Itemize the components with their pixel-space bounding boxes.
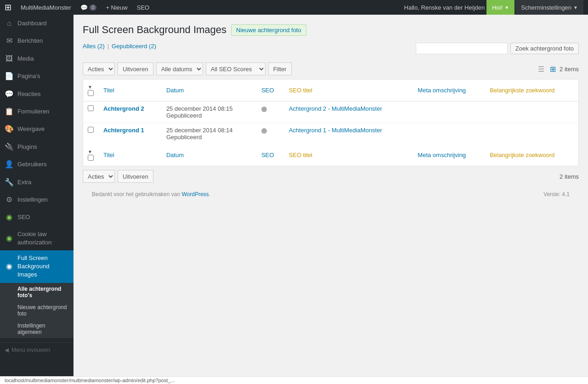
- row-title-1: Achtergrond 1: [99, 123, 162, 145]
- sidebar-item-media[interactable]: 🖼 Media: [0, 50, 74, 68]
- adminbar-seo[interactable]: SEO: [132, 0, 154, 15]
- row-seo-0: [257, 102, 284, 123]
- media-icon: 🖼: [5, 54, 14, 64]
- search-input[interactable]: [416, 43, 508, 54]
- datum-col-label: Datum: [166, 87, 184, 94]
- subsubsub-nav: Alles (2) | Gepubliceerd (2): [83, 43, 156, 50]
- col-keyword-foot[interactable]: Belangrijkste zoekwoord: [485, 144, 578, 166]
- sidebar-item-paginas[interactable]: 📄 Pagina's: [0, 68, 74, 85]
- sidebar-item-label: SEO: [17, 213, 69, 221]
- dashboard-icon: ⌂: [5, 18, 14, 28]
- filter-alles[interactable]: Alles (2): [83, 43, 105, 50]
- sort-arrow-icon: ▼: [88, 85, 92, 90]
- table-header-row: ▼ Titel Datum SEO SEO titel: [83, 79, 579, 102]
- wp-logo-icon[interactable]: ⊞: [5, 2, 11, 12]
- extra-icon: 🔧: [5, 177, 14, 187]
- row-title-link-1[interactable]: Achtergrond 1: [103, 127, 144, 134]
- search-button[interactable]: Zoek achtergrond foto: [510, 43, 579, 54]
- sidebar-item-dashboard[interactable]: ⌂ Dashboard: [0, 15, 74, 32]
- seo-col-label: SEO: [261, 87, 274, 94]
- check-all-foot[interactable]: [88, 155, 94, 161]
- acties-select[interactable]: Acties: [83, 62, 115, 75]
- seo-dot-0: [261, 107, 267, 112]
- filter-button[interactable]: Filter: [268, 62, 292, 75]
- adminbar-site[interactable]: MultiMediaMonster: [16, 0, 76, 15]
- table-row: Achtergrond 2 25 december 2014 08:15 Gep…: [83, 102, 579, 123]
- sidebar-item-weergave[interactable]: 🎨 Weergave: [0, 120, 74, 138]
- submenu-instellingen[interactable]: Instellingen algemeen: [0, 320, 74, 338]
- titel-col-label: Titel: [103, 87, 114, 94]
- col-seotitel[interactable]: SEO titel: [284, 79, 413, 102]
- adminbar-user-greeting: Hallo, Renske van der Heijden: [404, 4, 485, 11]
- col-meta-foot[interactable]: Meta omschrijving: [413, 144, 485, 166]
- seo-select[interactable]: All SEO Scores: [206, 62, 266, 75]
- table-footer-row: ▼ Titel Datum SEO SEO titel: [83, 144, 579, 166]
- col-seotitel-foot[interactable]: SEO titel: [284, 144, 413, 166]
- sidebar-item-label: Pagina's: [17, 72, 69, 80]
- submenu-alle[interactable]: Alle achtergrond foto's: [0, 283, 74, 301]
- sidebar-item-gebruikers[interactable]: 👤 Gebruikers: [0, 156, 74, 173]
- row-status-1: Gepubliceerd: [166, 134, 202, 141]
- search-box: Zoek achtergrond foto: [416, 43, 579, 54]
- list-view-icon[interactable]: ☰: [536, 64, 546, 74]
- filter-gepubliceerd-count: 2: [151, 43, 154, 50]
- adminbar-site-name: MultiMediaMonster: [21, 4, 71, 11]
- sidebar-item-reacties[interactable]: 💬 Reacties: [0, 85, 74, 103]
- row-keyword-1: [485, 123, 578, 145]
- menu-collapse[interactable]: ◀ Menu invouwen: [0, 343, 74, 357]
- sidebar-item-formulieren[interactable]: 📋 Formulieren: [0, 103, 74, 120]
- col-datum[interactable]: Datum: [162, 79, 257, 102]
- comments-count: 0: [90, 5, 97, 11]
- tablenav-bottom: Acties Uitvoeren 2 items: [83, 170, 579, 183]
- sidebar-item-fullscreen[interactable]: ◉ Full Screen Background Images: [0, 250, 74, 283]
- grid-view-icon[interactable]: ⊞: [548, 64, 558, 74]
- wp-link[interactable]: WordPress: [181, 191, 209, 198]
- col-datum-foot[interactable]: Datum: [162, 144, 257, 166]
- submenu-nieuwe[interactable]: Nieuwe achtergrond foto: [0, 301, 74, 320]
- row-check-0: [83, 102, 99, 123]
- row-title-link-0[interactable]: Achtergrond 2: [103, 105, 144, 112]
- sidebar-item-instellingen[interactable]: ⚙ Instellingen: [0, 191, 74, 209]
- sidebar-item-berichten[interactable]: ✉ Berichten: [0, 32, 74, 50]
- acties-select-bottom[interactable]: Acties: [83, 170, 115, 183]
- meta-col-label: Meta omschrijving: [418, 87, 466, 94]
- col-titel[interactable]: Titel: [99, 79, 162, 102]
- sidebar-item-plugins[interactable]: 🔌 Plugins: [0, 138, 74, 156]
- hoi-button[interactable]: Hoi! ▼: [486, 0, 514, 15]
- date-select[interactable]: Alle datums: [156, 62, 203, 75]
- sidebar-item-seo[interactable]: ◉ SEO: [0, 209, 74, 226]
- tablenav-right-bottom: 2 items: [560, 173, 579, 180]
- uitvoeren-button-bottom[interactable]: Uitvoeren: [118, 170, 153, 183]
- posts-table: ▼ Titel Datum SEO SEO titel: [83, 79, 579, 166]
- uitvoeren-button-top[interactable]: Uitvoeren: [118, 62, 153, 75]
- row-meta-1: [413, 123, 485, 145]
- check-all[interactable]: [88, 90, 94, 96]
- sidebar-item-extra[interactable]: 🔧 Extra: [0, 174, 74, 191]
- row-seotitel-link-1[interactable]: Achtergrond 1 - MultiMediaMonster: [289, 127, 382, 134]
- seo-col-foot-label: SEO: [261, 152, 274, 158]
- sep1: |: [107, 43, 109, 50]
- col-seo[interactable]: SEO: [257, 79, 284, 102]
- new-photo-button[interactable]: Nieuwe achtergrond foto: [231, 24, 306, 36]
- adminbar-comments[interactable]: 💬 0: [76, 0, 102, 15]
- meta-col-foot-label: Meta omschrijving: [418, 152, 466, 158]
- filter-gepubliceerd-label: Gepubliceerd: [112, 43, 147, 50]
- row-seotitel-link-0[interactable]: Achtergrond 2 - MultiMediaMonster: [289, 105, 382, 112]
- adminbar-new[interactable]: + Nieuw: [101, 0, 132, 15]
- filter-gepubliceerd[interactable]: Gepubliceerd (2): [112, 43, 156, 50]
- footer-right: Versie: 4.1: [543, 191, 570, 198]
- row-checkbox-1[interactable]: [88, 127, 94, 133]
- row-seotitel-1: Achtergrond 1 - MultiMediaMonster: [284, 123, 413, 145]
- col-seo-foot[interactable]: SEO: [257, 144, 284, 166]
- sidebar-item-cookie[interactable]: ◉ Cookie law authorization: [0, 226, 74, 250]
- col-meta[interactable]: Meta omschrijving: [413, 79, 485, 102]
- col-keyword[interactable]: Belangrijkste zoekwoord: [485, 79, 578, 102]
- row-date-1: 25 december 2014 08:14 Gepubliceerd: [162, 123, 257, 145]
- sidebar-item-label: Media: [17, 55, 69, 63]
- comment-icon: 💬: [80, 4, 88, 11]
- row-checkbox-0[interactable]: [88, 105, 94, 111]
- sidebar: ⌂ Dashboard ✉ Berichten 🖼 Media 📄 Pagina…: [0, 15, 74, 384]
- sidebar-item-label: Berichten: [17, 37, 69, 45]
- scherm-button[interactable]: Scherminstellingen ▼: [515, 0, 583, 15]
- col-titel-foot[interactable]: Titel: [99, 144, 162, 166]
